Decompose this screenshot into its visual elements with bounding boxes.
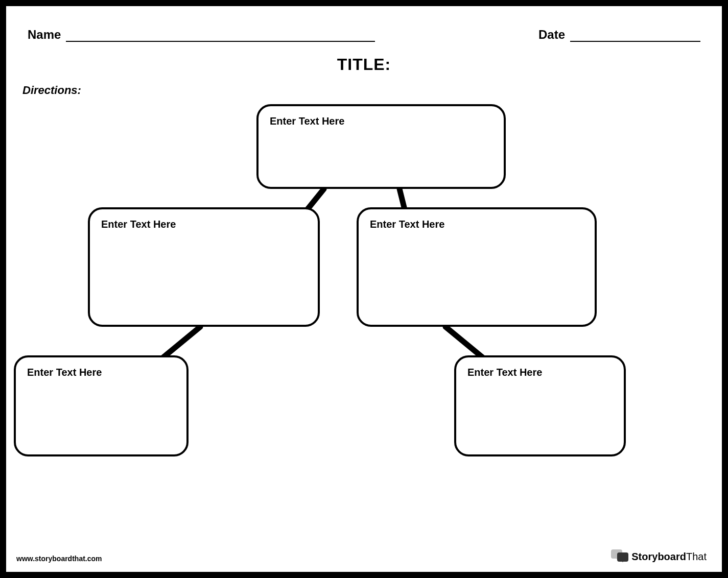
footer-logo-bold: Storyboard	[631, 551, 686, 562]
text-box-middle-left-placeholder: Enter Text Here	[101, 219, 307, 230]
page-title[interactable]: TITLE:	[6, 55, 722, 74]
footer-logo-light: That	[686, 551, 707, 562]
name-input-line[interactable]	[66, 41, 375, 42]
directions-label: Directions:	[22, 84, 81, 97]
text-box-middle-right[interactable]: Enter Text Here	[357, 207, 597, 327]
text-box-bottom-left-placeholder: Enter Text Here	[27, 367, 175, 378]
name-field: Name	[28, 28, 375, 42]
text-box-bottom-left[interactable]: Enter Text Here	[14, 355, 189, 456]
text-box-top[interactable]: Enter Text Here	[256, 104, 506, 189]
svg-line-1	[400, 189, 405, 209]
footer-logo-text: StoryboardThat	[631, 551, 707, 563]
speech-bubble-icon	[611, 549, 628, 564]
footer-url: www.storyboardthat.com	[16, 555, 102, 563]
text-box-middle-left[interactable]: Enter Text Here	[88, 207, 320, 327]
text-box-middle-right-placeholder: Enter Text Here	[370, 219, 583, 230]
date-label: Date	[538, 28, 565, 42]
date-field: Date	[538, 28, 700, 42]
text-box-top-placeholder: Enter Text Here	[270, 115, 492, 127]
date-input-line[interactable]	[570, 41, 700, 42]
name-label: Name	[28, 28, 61, 42]
worksheet-frame: Name Date TITLE: Directions: Enter Text …	[0, 0, 728, 578]
header-row: Name Date	[28, 28, 700, 42]
text-box-bottom-right-placeholder: Enter Text Here	[467, 367, 613, 378]
text-box-bottom-right[interactable]: Enter Text Here	[454, 355, 626, 456]
footer-logo: StoryboardThat	[611, 549, 707, 564]
